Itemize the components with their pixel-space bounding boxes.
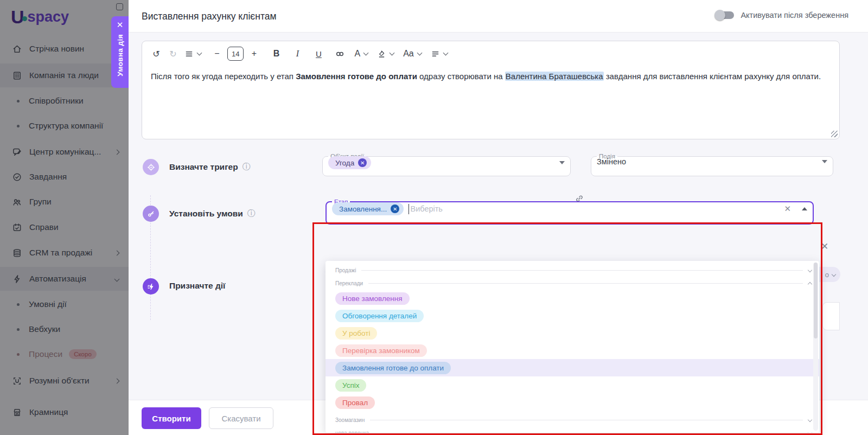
hidden-field-edge	[822, 302, 840, 330]
object-chip-ugoda[interactable]: Угода ✕	[328, 156, 371, 169]
editor-text: завдання для виставлення клієнтам рахунк…	[604, 72, 821, 81]
info-icon[interactable]: ⓘ	[247, 208, 256, 219]
activate-toggle[interactable]	[716, 11, 734, 19]
activate-toggle-group: Активувати після збереження	[716, 11, 848, 20]
chip-remove-icon[interactable]: ✕	[358, 158, 367, 167]
link-button[interactable]	[333, 47, 346, 61]
chevron-down-icon	[363, 50, 369, 56]
stage-field[interactable]: Етап Замовлення... ✕ Виберіть ✕	[326, 199, 814, 225]
drawer-tab-conditional-action[interactable]: ✕ Умовна дія	[111, 16, 129, 88]
chevron-up-icon	[808, 282, 812, 286]
cancel-button[interactable]: Скасувати	[209, 407, 273, 429]
modal-header: Виставлення рахунку клієнтам Активувати …	[129, 0, 868, 33]
dropdown-caret-icon[interactable]	[559, 161, 565, 164]
group-label: Продажі	[335, 267, 356, 273]
trigger-step-icon	[143, 159, 159, 175]
text-color-button[interactable]: A	[353, 47, 369, 61]
stage-option[interactable]: Нове замовлення	[326, 290, 819, 307]
stage-chip-option[interactable]: Успіх	[335, 379, 366, 392]
step-label-text: Визначте тригер	[169, 162, 238, 172]
user-mention[interactable]: Валентина Браташевська	[505, 72, 604, 81]
group-divider	[361, 270, 803, 271]
stage-chip-option[interactable]: Провал	[335, 396, 375, 409]
scrollbar-thumb[interactable]	[814, 263, 818, 338]
chip-label: Угода	[335, 159, 354, 167]
step-label-text: Установіть умови	[169, 209, 243, 219]
chip-remove-icon[interactable]: ✕	[391, 204, 399, 213]
stage-option-selected[interactable]: Замовлення готове до оплати	[326, 359, 819, 376]
font-size-decrease-button[interactable]: −	[210, 47, 224, 61]
chevron-down-icon	[808, 418, 812, 422]
dropdown-caret-icon[interactable]	[822, 160, 827, 163]
stage-option[interactable]: У роботі	[326, 324, 819, 342]
resize-handle[interactable]	[831, 131, 838, 137]
event-field[interactable]: Подія Змінено	[591, 153, 833, 176]
stage-option[interactable]: Обговорення деталей	[326, 307, 819, 324]
text-cursor	[409, 204, 409, 214]
editor-toolbar: ↺ ↻ − 14 + B I U A Aa	[142, 41, 839, 63]
font-size-value[interactable]: 14	[227, 47, 244, 61]
stage-dropdown: Продажі Переклади Нове замовлення Обгово…	[326, 261, 819, 433]
toggle-thumb	[714, 10, 725, 21]
stage-chip[interactable]: Замовлення... ✕	[332, 202, 404, 215]
dropdown-scrollbar[interactable]	[813, 263, 818, 431]
modal-backdrop[interactable]	[0, 0, 129, 435]
stage-chip-option[interactable]: У роботі	[335, 327, 377, 340]
event-object-field[interactable]: Об'єкт події Угода ✕	[322, 153, 571, 176]
group-label: Зоомагазин	[335, 417, 365, 423]
info-icon[interactable]: ⓘ	[242, 162, 251, 172]
stage-chip-option[interactable]: Нове замовлення	[335, 292, 410, 305]
chevron-down-icon	[808, 431, 812, 433]
conditional-action-modal: Виставлення рахунку клієнтам Активувати …	[129, 0, 868, 435]
dropdown-group-sales[interactable]: Продажі	[326, 264, 819, 277]
group-divider	[368, 283, 803, 284]
actions-step-label: Призначте дії	[169, 281, 225, 291]
collapse-caret-icon[interactable]	[802, 207, 807, 210]
text-color-glyph: A	[354, 49, 360, 59]
stage-chip-option[interactable]: Перевірка замовником	[335, 344, 427, 357]
stage-option[interactable]: Успіх	[326, 376, 819, 394]
stage-input-placeholder[interactable]: Виберіть	[410, 204, 442, 213]
dropdown-group-new-funnel[interactable]: нова воронка	[326, 426, 819, 433]
editor-text: Після того як угода переходить у етап	[151, 72, 296, 81]
line-spacing-button[interactable]	[183, 47, 202, 61]
step-label-text: Призначте дії	[169, 281, 225, 291]
dropdown-group-petshop[interactable]: Зоомагазин	[326, 413, 819, 426]
modal-body: ↺ ↻ − 14 + B I U A Aa Після того як уг	[129, 33, 868, 400]
activate-toggle-label: Активувати після збереження	[741, 11, 848, 20]
editor-text-bold: Замовлення готове до оплати	[296, 72, 417, 81]
highlight-color-button[interactable]	[376, 47, 395, 61]
delete-condition-row-icon[interactable]: ✕	[821, 241, 828, 252]
chevron-down-icon	[808, 268, 812, 272]
chevron-down-icon	[832, 272, 836, 277]
italic-button[interactable]: I	[291, 47, 304, 61]
clear-field-icon[interactable]: ✕	[784, 204, 791, 214]
close-icon[interactable]: ✕	[117, 21, 124, 29]
text-case-glyph: Aa	[403, 49, 414, 59]
align-button[interactable]	[430, 47, 449, 61]
undo-button[interactable]: ↺	[150, 47, 163, 61]
chip-label: Замовлення...	[339, 205, 387, 213]
conditions-step-label: Установіть умови ⓘ	[169, 208, 256, 219]
chevron-down-icon	[390, 50, 395, 56]
drawer-tab-label: Умовна дія	[116, 34, 124, 76]
group-label: Переклади	[335, 280, 363, 286]
bold-button[interactable]: B	[270, 47, 283, 61]
redo-button[interactable]: ↻	[167, 47, 180, 61]
group-divider	[370, 420, 803, 420]
event-value: Змінено	[597, 157, 626, 166]
dropdown-group-translations[interactable]: Переклади	[326, 277, 819, 290]
create-button[interactable]: Створити	[142, 407, 201, 429]
rich-text-editor[interactable]: ↺ ↻ − 14 + B I U A Aa Після того як уг	[142, 41, 840, 139]
font-size-increase-button[interactable]: +	[247, 47, 260, 61]
text-case-button[interactable]: Aa	[402, 47, 423, 61]
chevron-down-icon	[417, 50, 422, 56]
stage-option[interactable]: Перевірка замовником	[326, 342, 819, 359]
stage-chip-option[interactable]: Замовлення готове до оплати	[335, 362, 451, 374]
editor-text: одразу створювати на	[417, 72, 505, 81]
stage-chip-option[interactable]: Обговорення деталей	[335, 310, 424, 322]
trigger-step-label: Визначте тригер ⓘ	[169, 162, 251, 172]
editor-content[interactable]: Після того як угода переходить у етап За…	[142, 63, 839, 84]
underline-button[interactable]: U	[312, 47, 325, 61]
stage-option[interactable]: Провал	[326, 394, 819, 411]
